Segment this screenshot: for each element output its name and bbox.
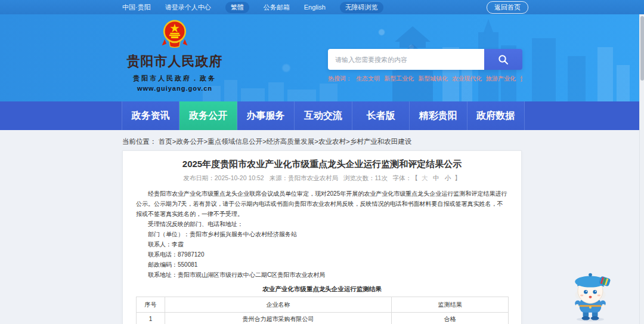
topbar-link-login-personal-center[interactable]: 请登录个人中心 <box>165 3 211 12</box>
nav-item-wonderful-guiyang[interactable]: 精彩贵阳 <box>410 101 467 130</box>
article-card: 2025年度贵阳市农业产业化市级重点龙头企业运行监测和评定结果公示 发布日期：2… <box>122 150 522 324</box>
return-home-button[interactable]: 返回首页 <box>487 1 528 14</box>
font-size-label-close: 】 <box>454 174 461 181</box>
breadcrumb: 当前位置： 首页>政务公开>重点领域信息公开>经济高质量发展>农业农村>乡村产业… <box>122 137 411 146</box>
site-url[interactable]: www.guiyang.gov.cn <box>123 85 226 92</box>
topbar-inner: 中国·贵阳 请登录个人中心 繁體 公务邮箱 English 无障碍浏览 返回首页 <box>122 0 528 14</box>
search-input[interactable] <box>328 49 484 70</box>
col-header-company: 企业名称 <box>165 297 392 313</box>
topbar-link-accessibility[interactable]: 无障碍浏览 <box>340 2 383 13</box>
publish-date: 发布日期：2025-10-20 10:52 <box>183 174 264 181</box>
font-size-label: 字体：【 <box>393 174 418 181</box>
monitor-table-title: 农业产业化市级重点龙头企业运行监测结果 <box>136 285 508 294</box>
hot-search-label: 热搜词： <box>328 75 352 83</box>
col-header-result: 监测结果 <box>392 297 509 313</box>
mascot-assistant[interactable] <box>562 269 619 322</box>
breadcrumb-home[interactable]: 首页 <box>159 138 172 145</box>
search-button[interactable] <box>484 49 522 70</box>
monitor-result-table: 序号 企业名称 监测结果 1 贵州合力超市采购有限公司 合格 2 贵州友禾种业有… <box>136 297 509 324</box>
article-paragraph-address: 联系地址：贵阳市观山湖区市级行政中心二期C区贵阳市农业农村局 <box>136 270 508 280</box>
scrollbar-track[interactable] <box>639 0 644 324</box>
content-area: 当前位置： 首页>政务公开>重点领域信息公开>经济高质量发展>农业农村>乡村产业… <box>0 130 644 324</box>
topbar-link-traditional-chinese[interactable]: 繁體 <box>225 2 249 13</box>
article-meta: 发布日期：2025-10-20 10:52 来源：贵阳市农业农村局 浏览次数：1… <box>136 174 508 183</box>
col-header-index: 序号 <box>137 297 165 313</box>
table-header-row: 序号 企业名称 监测结果 <box>137 297 509 313</box>
search-area: 热搜词： 生态文明 新型工业化 新型城镇化 农业现代化 旅游产业化 贵阳简介 <box>328 49 522 83</box>
breadcrumb-separator: > <box>262 138 267 145</box>
search-icon <box>498 54 509 65</box>
nav-item-gov-info-disclosure[interactable]: 政务公开 <box>179 101 237 130</box>
site-subtitle: 贵阳市人民政府．政务 <box>123 74 226 83</box>
article-body: 经贵阳市农业产业化市级重点龙头企业联席会议成员单位审定，现对2025年开展的农业… <box>136 189 508 280</box>
cell-company: 贵州合力超市采购有限公司 <box>165 313 392 324</box>
font-size-large-button[interactable]: 大 <box>422 174 428 181</box>
view-count: 浏览次数：11次 <box>343 174 388 181</box>
site-name: 贵阳市人民政府 <box>123 53 226 70</box>
article-paragraph: 经贵阳市农业产业化市级重点龙头企业联席会议成员单位审定，现对2025年开展的农业… <box>136 189 508 219</box>
breadcrumb-agriculture[interactable]: 农业农村 <box>318 138 346 145</box>
nav-item-interaction[interactable]: 互动交流 <box>295 101 352 130</box>
article-paragraph-department: 部门（单位）：贵阳市乡村振兴服务中心农村经济服务站 <box>136 229 508 239</box>
hot-search-item-guiyang-intro[interactable]: 贵阳简介 <box>520 75 522 83</box>
nav-item-news[interactable]: 政务资讯 <box>122 101 179 130</box>
table-row: 1 贵州合力超市采购有限公司 合格 <box>137 313 509 324</box>
breadcrumb-gov-disclosure[interactable]: 政务公开 <box>176 138 203 145</box>
site-brand: 贵阳市人民政府 贵阳市人民政府．政务 www.guiyang.gov.cn <box>123 19 226 92</box>
article-paragraph-postcode: 邮政编码：550081 <box>136 260 508 270</box>
cell-result: 合格 <box>392 313 509 324</box>
topbar-link-english[interactable]: English <box>304 4 326 11</box>
hot-search-item-tourism[interactable]: 旅游产业化 <box>486 75 516 83</box>
breadcrumb-separator: > <box>346 138 350 145</box>
site-banner: 贵阳市人民政府 贵阳市人民政府．政务 www.guiyang.gov.cn 热搜… <box>0 14 644 101</box>
article-title: 2025年度贵阳市农业产业化市级重点龙头企业运行监测和评定结果公示 <box>136 158 508 170</box>
breadcrumb-label: 当前位置： <box>122 138 157 145</box>
topbar-link-china-guiyang[interactable]: 中国·贵阳 <box>122 3 151 12</box>
hot-search-item-industry[interactable]: 新型工业化 <box>384 75 414 83</box>
page: 中国·贵阳 请登录个人中心 繁體 公务邮箱 English 无障碍浏览 返回首页 <box>0 0 644 324</box>
main-nav: 政务资讯 政务公开 办事服务 互动交流 长者版 精彩贵阳 政府数据 <box>0 101 644 130</box>
topbar: 中国·贵阳 请登录个人中心 繁體 公务邮箱 English 无障碍浏览 返回首页 <box>0 0 644 14</box>
cell-index: 1 <box>137 313 165 324</box>
article-paragraph-phone: 联系电话：87987120 <box>136 249 508 260</box>
hot-search-row: 热搜词： 生态文明 新型工业化 新型城镇化 农业现代化 旅游产业化 贵阳简介 <box>328 75 522 83</box>
hot-search-item-agriculture[interactable]: 农业现代化 <box>452 75 482 83</box>
article-source: 来源：贵阳市农业农村局 <box>270 174 339 181</box>
main-nav-inner: 政务资讯 政务公开 办事服务 互动交流 长者版 精彩贵阳 政府数据 <box>122 101 525 130</box>
nav-item-gov-data[interactable]: 政府数据 <box>467 101 525 130</box>
article-paragraph: 受理情况反映的部门、电话和地址： <box>136 219 508 229</box>
topbar-link-official-mail[interactable]: 公务邮箱 <box>264 3 290 12</box>
breadcrumb-rural-industry[interactable]: 乡村产业和农田建设 <box>350 138 412 145</box>
breadcrumb-key-info[interactable]: 重点领域信息公开 <box>208 138 262 145</box>
hot-search-item-urbanization[interactable]: 新型城镇化 <box>418 75 448 83</box>
hot-search-item-eco[interactable]: 生态文明 <box>356 75 380 83</box>
font-size-small-button[interactable]: 小 <box>445 174 451 181</box>
article-paragraph-contact-person: 联系人：李霞 <box>136 239 508 249</box>
nav-item-senior-version[interactable]: 长者版 <box>352 101 410 130</box>
font-size-medium-button[interactable]: 中 <box>433 174 439 181</box>
national-emblem-icon <box>161 19 188 50</box>
breadcrumb-economy[interactable]: 经济高质量发展 <box>267 138 315 145</box>
nav-item-services[interactable]: 办事服务 <box>237 101 295 130</box>
search-box <box>328 49 522 70</box>
scrollbar-thumb[interactable] <box>640 16 644 81</box>
